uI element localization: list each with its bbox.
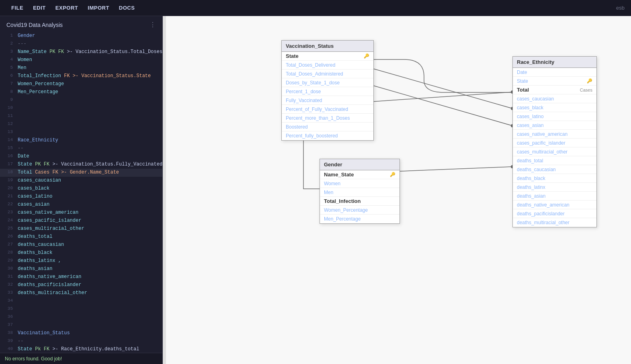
- re-row-deaths-asian: deaths_asian: [513, 192, 596, 200]
- line-number: 26: [3, 233, 13, 241]
- line-number: 7: [3, 80, 13, 88]
- line-content: cases_pacific_islander: [18, 217, 81, 225]
- code-line-24: 24cases_pacific_islander: [0, 217, 162, 225]
- g-row-women: Women: [320, 179, 399, 188]
- vs-row-state: State 🔑: [282, 52, 373, 61]
- line-number: 31: [3, 273, 13, 281]
- code-line-30: 30deaths_asian: [0, 265, 162, 273]
- g-row-women-pct: Women_Percentage: [320, 206, 399, 215]
- code-line-26: 26deaths_total: [0, 233, 162, 241]
- left-panel: Covid19 Data Analysis ⋮ 1Gender2---3Name…: [0, 16, 163, 364]
- code-line-33: 33deaths_multiracial_other: [0, 289, 162, 297]
- g-row-namestate: Name_State 🔑: [320, 170, 399, 179]
- code-line-11: 11: [0, 112, 162, 121]
- line-content: deaths_asian: [18, 265, 52, 273]
- line-number: 25: [3, 225, 13, 233]
- menubar-right-text: esb: [616, 5, 625, 11]
- code-editor[interactable]: 1Gender2---3Name_State PK FK >- Vaccinat…: [0, 32, 162, 353]
- canvas-area[interactable]: Vaccination_Status State 🔑 Total_Doses_D…: [163, 16, 631, 364]
- code-line-17: 17State PK FK >- Vaccination_Status.Full…: [0, 161, 162, 169]
- line-number: 19: [3, 177, 13, 185]
- line-number: 21: [3, 193, 13, 201]
- code-line-21: 21cases_latino: [0, 193, 162, 201]
- re-row-cases-black: cases_black: [513, 103, 596, 112]
- code-line-4: 4Women: [0, 56, 162, 64]
- left-panel-header: Covid19 Data Analysis ⋮: [0, 16, 162, 32]
- line-content: deaths_native_american: [18, 273, 81, 281]
- line-number: 22: [3, 201, 13, 209]
- line-number: 23: [3, 209, 13, 217]
- code-line-29: 29deaths_latinx ,: [0, 257, 162, 265]
- line-number: 29: [3, 257, 13, 265]
- re-row-cases-multi: cases_multiracial_other: [513, 147, 596, 156]
- code-line-36: 36: [0, 313, 162, 321]
- line-number: 15: [3, 145, 13, 153]
- gender-header: Gender: [320, 159, 399, 170]
- re-row-deaths-total: deaths_total: [513, 156, 596, 165]
- line-number: 18: [3, 169, 13, 177]
- code-line-23: 23cases_native_american: [0, 209, 162, 217]
- line-content: Total_Infection FK >- Vaccination_Status…: [18, 72, 151, 80]
- menu-file[interactable]: FILE: [6, 2, 28, 13]
- line-number: 5: [3, 64, 13, 72]
- menu-export[interactable]: EXPORT: [51, 2, 83, 13]
- line-number: 8: [3, 88, 13, 96]
- code-line-25: 25cases_multiracial_other: [0, 225, 162, 233]
- line-number: 17: [3, 161, 13, 169]
- vs-row-pct-fully: Percent_of_Fully_Vaccinated: [282, 105, 373, 114]
- vaccination-status-table[interactable]: Vaccination_Status State 🔑 Total_Doses_D…: [281, 40, 374, 141]
- vaccination-status-header: Vaccination_Status: [282, 41, 373, 52]
- code-line-22: 22cases_asian: [0, 201, 162, 209]
- menu-edit[interactable]: EDIT: [28, 2, 51, 13]
- line-content: State Pk FK >- Race_Ethnicity.deaths_tot…: [18, 346, 139, 353]
- vs-row-pct1: Percent_1_dose: [282, 87, 373, 96]
- code-line-39: 39--: [0, 337, 162, 346]
- line-number: 39: [3, 337, 13, 346]
- gender-table[interactable]: Gender Name_State 🔑 Women Men Total_Infe…: [320, 159, 400, 224]
- vs-row-doses-adm: Total_Doses_Administered: [282, 70, 373, 78]
- code-line-34: 34: [0, 297, 162, 305]
- code-line-1: 1Gender: [0, 32, 162, 40]
- dots-icon[interactable]: ⋮: [150, 21, 156, 29]
- line-number: 14: [3, 137, 13, 145]
- line-content: deaths_multiracial_other: [18, 289, 87, 297]
- line-number: 32: [3, 281, 13, 289]
- status-text: No errors found. Good job!: [5, 356, 62, 362]
- line-content: cases_native_american: [18, 209, 78, 217]
- code-line-3: 3Name_State PK FK >- Vaccination_Status.…: [0, 48, 162, 56]
- code-line-35: 35: [0, 305, 162, 313]
- re-row-deaths-latinx: deaths_latinx: [513, 183, 596, 192]
- line-content: Men_Percentage: [18, 88, 58, 96]
- line-number: 27: [3, 241, 13, 249]
- line-number: 16: [3, 153, 13, 161]
- line-number: 37: [3, 321, 13, 329]
- race-ethnicity-table[interactable]: Race_Ethnicity Date State 🔑 Total Cases …: [512, 56, 597, 227]
- line-content: Total Cases FK >- Gender.Name_State: [18, 169, 119, 177]
- line-number: 28: [3, 249, 13, 257]
- vs-row-fully: Fully_Vaccinated: [282, 96, 373, 105]
- re-row-state: State 🔑: [513, 77, 596, 86]
- line-content: deaths_black: [18, 249, 52, 257]
- code-line-15: 15--: [0, 145, 162, 153]
- re-row-cases-cauc: cases_caucasian: [513, 94, 596, 103]
- code-line-28: 28deaths_black: [0, 249, 162, 257]
- line-content: deaths_latinx ,: [18, 257, 61, 265]
- canvas-scrollbar[interactable]: [163, 16, 166, 364]
- line-content: cases_asian: [18, 201, 49, 209]
- re-row-deaths-black: deaths_black: [513, 174, 596, 183]
- key-icon-gender: 🔑: [390, 172, 395, 177]
- re-row-cases-asian: cases_asian: [513, 121, 596, 130]
- code-line-7: 7Women_Percentage: [0, 80, 162, 88]
- code-line-27: 27deaths_caucasian: [0, 241, 162, 249]
- line-content: cases_latino: [18, 193, 52, 201]
- menubar: FILE EDIT EXPORT IMPORT DOCS esb: [0, 0, 631, 16]
- line-number: 36: [3, 313, 13, 321]
- code-line-18: 18Total Cases FK >- Gender.Name_State: [0, 169, 162, 177]
- line-number: 9: [3, 96, 13, 104]
- g-row-men: Men: [320, 188, 399, 197]
- menu-docs[interactable]: DOCS: [114, 2, 140, 13]
- line-number: 34: [3, 297, 13, 305]
- line-number: 20: [3, 185, 13, 193]
- menu-import[interactable]: IMPORT: [83, 2, 114, 13]
- line-content: Name_State PK FK >- Vaccination_Status.T…: [18, 48, 162, 56]
